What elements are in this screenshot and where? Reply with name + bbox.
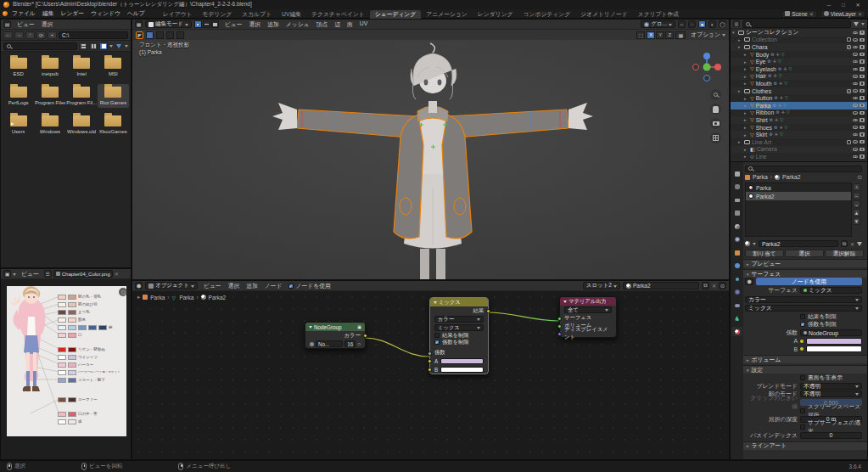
disable-render-icon[interactable] [860, 89, 865, 93]
outliner-row-shoes[interactable]: ▸▽Shoes⚙✛▽ [731, 124, 867, 132]
group-name-field[interactable]: No... [316, 340, 343, 347]
viewport-menu-7[interactable]: UV [356, 20, 371, 29]
filter-funnel-icon[interactable] [857, 242, 862, 246]
panel-surface[interactable]: サーフェス [752, 270, 781, 278]
close-button[interactable]: ✕ [851, 1, 865, 9]
vertical-list-button[interactable] [79, 42, 87, 50]
disable-render-icon[interactable] [860, 126, 865, 130]
forward-button[interactable]: → [14, 31, 24, 39]
hide-eye-icon[interactable] [853, 68, 858, 71]
displacement-input-socket[interactable] [557, 332, 562, 336]
b-color-swatch[interactable] [806, 346, 862, 352]
editor-type-icon[interactable]: ▦ [135, 20, 143, 28]
disclosure-icon[interactable]: ▸ [744, 103, 748, 108]
sss-checkbox[interactable] [800, 424, 805, 430]
file-search-input[interactable] [3, 42, 77, 50]
disable-render-icon[interactable] [860, 132, 865, 137]
thumbnail-view-button[interactable] [99, 42, 108, 50]
disclosure-icon[interactable]: ▸ [738, 44, 742, 49]
mix-blend-dropdown[interactable]: ミックス [434, 324, 484, 331]
outliner-row-mouth[interactable]: ▸▽Mouth⚙✛▽ [731, 80, 867, 87]
workspace-tab-テクスチャペイント[interactable]: テクスチャペイント [306, 10, 370, 19]
filter-chevron-icon[interactable] [125, 45, 128, 49]
shading-rendered-icon[interactable]: ◯ [719, 20, 726, 28]
disclosure-icon[interactable]: ▸ [744, 117, 748, 122]
b-input-socket[interactable] [428, 368, 432, 372]
workspace-tab-シェーディング[interactable]: シェーディング [370, 10, 422, 19]
hide-eye-icon[interactable] [853, 38, 858, 42]
disable-render-icon[interactable] [860, 118, 865, 122]
outliner-search-input[interactable] [742, 20, 851, 28]
disable-render-icon[interactable] [860, 59, 865, 64]
disclosure-icon[interactable]: ▸ [744, 74, 748, 79]
properties-tab-particles[interactable] [731, 274, 742, 284]
exclude-checkbox[interactable] [847, 37, 851, 42]
display-settings-chevron-icon[interactable] [109, 45, 113, 49]
filter-funnel-icon[interactable] [854, 22, 859, 26]
new-material-icon[interactable]: ⧉ [841, 240, 848, 247]
blend-mode-dropdown[interactable]: 不透明 [800, 383, 862, 390]
hide-eye-icon[interactable] [853, 53, 858, 56]
clamp-factor-checkbox[interactable]: ✓ [800, 322, 805, 327]
workspace-tab-モデリング[interactable]: モデリング [198, 10, 238, 19]
folder-item[interactable]: MSI [98, 55, 129, 79]
editor-type-icon[interactable]: ⬢ [135, 282, 143, 289]
horizontal-list-button[interactable] [89, 42, 98, 50]
workspace-tab-UV編集[interactable]: UV編集 [277, 10, 306, 19]
surface-input-socket[interactable] [557, 317, 562, 321]
folder-item[interactable]: Program Files [34, 84, 65, 108]
ssr-checkbox[interactable] [800, 408, 805, 413]
main-menu-2[interactable]: レンダー [57, 9, 87, 18]
disable-render-icon[interactable] [860, 104, 865, 108]
workspace-tab-レンダリング[interactable]: レンダリング [473, 10, 518, 19]
hide-eye-icon[interactable] [853, 46, 858, 49]
shading-solid-icon[interactable]: ● [698, 20, 706, 28]
add-slot-button[interactable]: ＋ [853, 183, 860, 191]
folder-item[interactable]: Program Fil... [66, 84, 98, 108]
outliner-row-shirt[interactable]: ▸▽Shirt⚙✛▽ [731, 116, 867, 124]
group-users-count[interactable]: 16 [344, 340, 356, 347]
disclosure-icon[interactable]: ▸ [738, 88, 742, 93]
outliner-row-chara[interactable]: ▸Chara✓ [731, 43, 867, 51]
slot-move-up-button[interactable]: ▲ [853, 209, 860, 216]
fake-user-shield-icon[interactable]: ◇ [357, 341, 361, 346]
nodegroup-node[interactable]: NodeGroup ▣ カラー No... 16 ◇ [305, 322, 366, 349]
app-menu-icon[interactable] [3, 11, 8, 16]
disable-render-icon[interactable] [860, 148, 865, 152]
outliner-row-camera[interactable]: ▸◧Camera [731, 146, 867, 154]
pin-icon[interactable]: ⊙ [857, 174, 862, 181]
material-datablock-icon[interactable] [745, 241, 750, 246]
unlink-image-icon[interactable]: ✕ [115, 271, 119, 277]
properties-tab-output[interactable] [731, 195, 742, 205]
disclosure-icon[interactable]: ▸ [744, 96, 748, 101]
clip-threshold-slider[interactable]: 0.500 [800, 399, 862, 406]
remove-view-layer-icon[interactable]: ✕ [858, 11, 862, 17]
viewport-3d-scene[interactable] [132, 40, 729, 279]
outliner-row-line[interactable]: ▸◇Line [731, 153, 867, 160]
hide-eye-icon[interactable] [853, 155, 858, 159]
outliner-row-button[interactable]: ▸▽Button⚙✛▽ [731, 94, 867, 102]
hide-eye-icon[interactable] [853, 119, 858, 122]
mix-blend-dropdown[interactable]: ミックス [745, 305, 862, 312]
exclude-checkbox[interactable] [847, 140, 851, 144]
hide-eye-icon[interactable] [853, 133, 858, 137]
disable-render-icon[interactable] [860, 75, 865, 79]
hide-eye-icon[interactable] [853, 97, 858, 100]
disclosure-icon[interactable]: ▸ [744, 125, 748, 130]
tool-option-3-icon[interactable] [166, 31, 174, 39]
folder-item[interactable]: inetpub [34, 55, 65, 79]
active-tool-icon[interactable]: ◤ [136, 31, 143, 39]
properties-tab-tool[interactable] [731, 169, 742, 178]
editor-type-icon[interactable]: ☰ [733, 20, 740, 27]
disable-render-icon[interactable] [860, 53, 865, 57]
clamp-result-checkbox[interactable] [434, 333, 440, 338]
slot-selector[interactable]: スロット2 [583, 282, 620, 289]
a-color-swatch[interactable] [806, 338, 862, 345]
main-menu-0[interactable]: ファイル [8, 9, 39, 18]
mix-node[interactable]: ミックス 結果 カラー ミックス 結果を制限 ✓係数を制限 係数 A B [429, 297, 489, 374]
folder-item[interactable]: Windows [34, 113, 65, 137]
back-button[interactable]: ← [3, 31, 13, 39]
main-menu-3[interactable]: ウィンドウ [87, 9, 124, 18]
folder-item[interactable]: Intel [66, 55, 98, 79]
hide-eye-icon[interactable] [853, 126, 858, 129]
